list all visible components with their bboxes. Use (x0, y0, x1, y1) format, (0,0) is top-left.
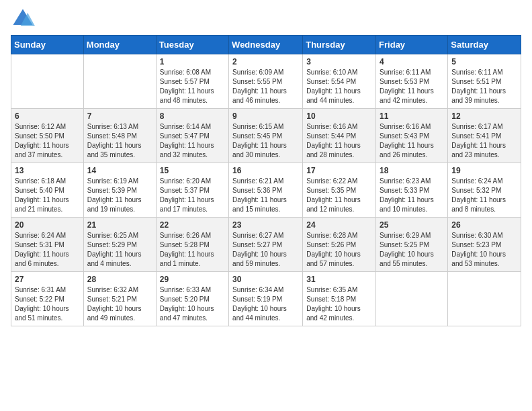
day-header-wednesday: Wednesday (229, 36, 303, 54)
cell-info: Sunrise: 6:24 AMSunset: 5:31 PMDaylight:… (15, 231, 80, 269)
calendar-cell: 9Sunrise: 6:15 AMSunset: 5:45 PMDaylight… (229, 109, 303, 163)
day-number: 25 (380, 220, 444, 230)
day-number: 26 (451, 220, 517, 230)
header (11, 7, 521, 31)
calendar-cell: 25Sunrise: 6:29 AMSunset: 5:25 PMDayligh… (376, 218, 448, 272)
day-number: 18 (380, 166, 444, 175)
day-number: 2 (232, 57, 299, 66)
day-header-monday: Monday (83, 36, 156, 54)
week-row-4: 20Sunrise: 6:24 AMSunset: 5:31 PMDayligh… (11, 218, 521, 272)
cell-info: Sunrise: 6:24 AMSunset: 5:32 PMDaylight:… (451, 177, 517, 214)
calendar-cell: 4Sunrise: 6:11 AMSunset: 5:53 PMDaylight… (376, 54, 448, 109)
cell-info: Sunrise: 6:12 AMSunset: 5:50 PMDaylight:… (15, 122, 80, 160)
calendar-cell: 14Sunrise: 6:19 AMSunset: 5:39 PMDayligh… (83, 163, 156, 218)
week-row-1: 1Sunrise: 6:08 AMSunset: 5:57 PMDaylight… (11, 54, 521, 109)
cell-info: Sunrise: 6:19 AMSunset: 5:39 PMDaylight:… (87, 177, 152, 214)
cell-info: Sunrise: 6:17 AMSunset: 5:41 PMDaylight:… (451, 122, 517, 160)
day-number: 21 (87, 220, 152, 230)
day-number: 17 (306, 166, 372, 175)
cell-info: Sunrise: 6:30 AMSunset: 5:23 PMDaylight:… (451, 231, 517, 269)
cell-info: Sunrise: 6:27 AMSunset: 5:27 PMDaylight:… (232, 231, 299, 269)
cell-info: Sunrise: 6:14 AMSunset: 5:47 PMDaylight:… (160, 122, 225, 160)
calendar-cell: 18Sunrise: 6:23 AMSunset: 5:33 PMDayligh… (376, 163, 448, 218)
calendar-cell (448, 272, 521, 326)
calendar-cell: 2Sunrise: 6:09 AMSunset: 5:55 PMDaylight… (229, 54, 303, 109)
calendar-cell: 20Sunrise: 6:24 AMSunset: 5:31 PMDayligh… (11, 218, 84, 272)
week-row-5: 27Sunrise: 6:31 AMSunset: 5:22 PMDayligh… (11, 272, 521, 326)
day-number: 23 (232, 220, 299, 230)
day-number: 3 (306, 57, 372, 66)
calendar-cell: 31Sunrise: 6:35 AMSunset: 5:18 PMDayligh… (303, 272, 376, 326)
cell-info: Sunrise: 6:34 AMSunset: 5:19 PMDaylight:… (232, 285, 299, 323)
cell-info: Sunrise: 6:31 AMSunset: 5:22 PMDaylight:… (15, 285, 80, 323)
calendar-cell: 3Sunrise: 6:10 AMSunset: 5:54 PMDaylight… (303, 54, 376, 109)
cell-info: Sunrise: 6:08 AMSunset: 5:57 PMDaylight:… (160, 68, 225, 105)
calendar-cell: 5Sunrise: 6:11 AMSunset: 5:51 PMDaylight… (448, 54, 521, 109)
cell-info: Sunrise: 6:10 AMSunset: 5:54 PMDaylight:… (306, 68, 372, 105)
calendar-cell: 28Sunrise: 6:32 AMSunset: 5:21 PMDayligh… (83, 272, 156, 326)
day-number: 7 (87, 111, 152, 121)
cell-info: Sunrise: 6:33 AMSunset: 5:20 PMDaylight:… (160, 285, 225, 323)
calendar-cell: 16Sunrise: 6:21 AMSunset: 5:36 PMDayligh… (229, 163, 303, 218)
day-number: 11 (380, 111, 444, 121)
day-number: 1 (160, 57, 225, 66)
week-row-3: 13Sunrise: 6:18 AMSunset: 5:40 PMDayligh… (11, 163, 521, 218)
day-number: 31 (306, 275, 372, 284)
calendar-cell: 12Sunrise: 6:17 AMSunset: 5:41 PMDayligh… (448, 109, 521, 163)
day-number: 6 (15, 111, 80, 121)
cell-info: Sunrise: 6:13 AMSunset: 5:48 PMDaylight:… (87, 122, 152, 160)
day-number: 4 (380, 57, 444, 66)
day-number: 20 (15, 220, 80, 230)
calendar-header-row: SundayMondayTuesdayWednesdayThursdayFrid… (11, 36, 521, 54)
day-number: 12 (451, 111, 517, 121)
cell-info: Sunrise: 6:16 AMSunset: 5:44 PMDaylight:… (306, 122, 372, 160)
day-number: 10 (306, 111, 372, 121)
week-row-2: 6Sunrise: 6:12 AMSunset: 5:50 PMDaylight… (11, 109, 521, 163)
day-number: 16 (232, 166, 299, 175)
calendar-cell (83, 54, 156, 109)
cell-info: Sunrise: 6:18 AMSunset: 5:40 PMDaylight:… (15, 177, 80, 214)
calendar-cell: 8Sunrise: 6:14 AMSunset: 5:47 PMDaylight… (156, 109, 228, 163)
day-header-thursday: Thursday (303, 36, 376, 54)
day-number: 5 (451, 57, 517, 66)
cell-info: Sunrise: 6:16 AMSunset: 5:43 PMDaylight:… (380, 122, 444, 160)
calendar-cell: 29Sunrise: 6:33 AMSunset: 5:20 PMDayligh… (156, 272, 228, 326)
cell-info: Sunrise: 6:29 AMSunset: 5:25 PMDaylight:… (380, 231, 444, 269)
day-number: 30 (232, 275, 299, 284)
cell-info: Sunrise: 6:23 AMSunset: 5:33 PMDaylight:… (380, 177, 444, 214)
day-number: 27 (15, 275, 80, 284)
cell-info: Sunrise: 6:26 AMSunset: 5:28 PMDaylight:… (160, 231, 225, 269)
cell-info: Sunrise: 6:20 AMSunset: 5:37 PMDaylight:… (160, 177, 225, 214)
calendar-cell: 10Sunrise: 6:16 AMSunset: 5:44 PMDayligh… (303, 109, 376, 163)
day-number: 24 (306, 220, 372, 230)
day-number: 15 (160, 166, 225, 175)
calendar-cell: 1Sunrise: 6:08 AMSunset: 5:57 PMDaylight… (156, 54, 228, 109)
calendar-cell: 6Sunrise: 6:12 AMSunset: 5:50 PMDaylight… (11, 109, 84, 163)
day-number: 14 (87, 166, 152, 175)
cell-info: Sunrise: 6:15 AMSunset: 5:45 PMDaylight:… (232, 122, 299, 160)
logo (11, 7, 38, 31)
calendar-cell: 24Sunrise: 6:28 AMSunset: 5:26 PMDayligh… (303, 218, 376, 272)
cell-info: Sunrise: 6:11 AMSunset: 5:53 PMDaylight:… (380, 68, 444, 105)
cell-info: Sunrise: 6:32 AMSunset: 5:21 PMDaylight:… (87, 285, 152, 323)
day-header-saturday: Saturday (448, 36, 521, 54)
calendar-cell: 22Sunrise: 6:26 AMSunset: 5:28 PMDayligh… (156, 218, 228, 272)
calendar-cell: 30Sunrise: 6:34 AMSunset: 5:19 PMDayligh… (229, 272, 303, 326)
calendar-cell: 26Sunrise: 6:30 AMSunset: 5:23 PMDayligh… (448, 218, 521, 272)
day-header-tuesday: Tuesday (156, 36, 228, 54)
day-number: 8 (160, 111, 225, 121)
cell-info: Sunrise: 6:22 AMSunset: 5:35 PMDaylight:… (306, 177, 372, 214)
cell-info: Sunrise: 6:21 AMSunset: 5:36 PMDaylight:… (232, 177, 299, 214)
calendar-cell: 7Sunrise: 6:13 AMSunset: 5:48 PMDaylight… (83, 109, 156, 163)
calendar-cell: 27Sunrise: 6:31 AMSunset: 5:22 PMDayligh… (11, 272, 84, 326)
day-number: 29 (160, 275, 225, 284)
day-header-friday: Friday (376, 36, 448, 54)
day-number: 13 (15, 166, 80, 175)
calendar-cell: 21Sunrise: 6:25 AMSunset: 5:29 PMDayligh… (83, 218, 156, 272)
calendar-cell (11, 54, 84, 109)
cell-info: Sunrise: 6:11 AMSunset: 5:51 PMDaylight:… (451, 68, 517, 105)
day-number: 28 (87, 275, 152, 284)
day-number: 22 (160, 220, 225, 230)
cell-info: Sunrise: 6:35 AMSunset: 5:18 PMDaylight:… (306, 285, 372, 323)
calendar-cell: 19Sunrise: 6:24 AMSunset: 5:32 PMDayligh… (448, 163, 521, 218)
